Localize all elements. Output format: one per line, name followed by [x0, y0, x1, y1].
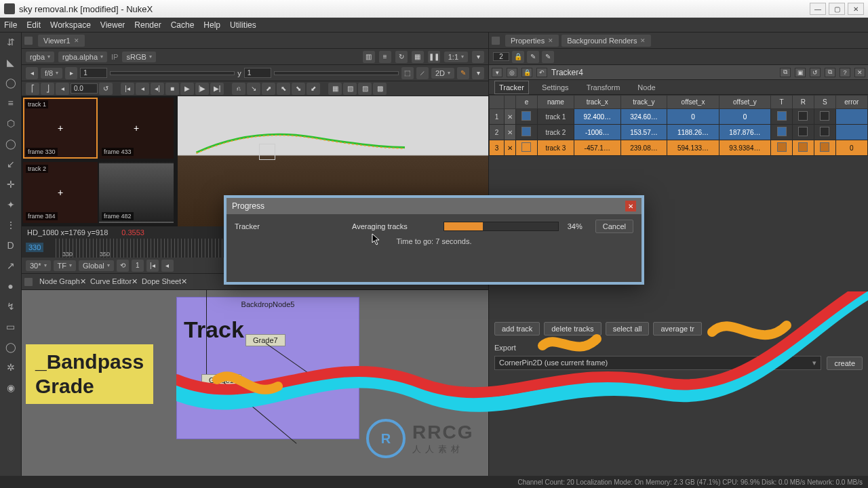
tab-dope-sheet[interactable]: Dope Sheet✕: [142, 277, 187, 286]
menu-cache[interactable]: Cache: [171, 20, 195, 30]
num-icon[interactable]: 1: [132, 260, 144, 272]
close-icon[interactable]: ✕: [854, 68, 865, 77]
y-field[interactable]: [244, 68, 271, 78]
tool-icon[interactable]: ▧: [343, 83, 357, 95]
enable-checkbox[interactable]: [521, 127, 531, 136]
col-header[interactable]: S: [814, 96, 835, 109]
2d-dropdown[interactable]: 2D: [431, 68, 454, 79]
col-header[interactable]: offset_y: [719, 96, 770, 109]
tool-icon[interactable]: ✛: [4, 178, 18, 191]
list-icon[interactable]: ≡: [379, 51, 391, 63]
cell[interactable]: 594.133…: [667, 140, 719, 156]
overlay-icon[interactable]: ⟋: [416, 67, 429, 79]
tab-node-graph[interactable]: Node Graph✕: [39, 277, 86, 286]
cell[interactable]: 324.60…: [620, 109, 667, 125]
track-name-cell[interactable]: track 1: [537, 109, 574, 125]
play-icon[interactable]: ▶: [180, 83, 194, 95]
r-checkbox[interactable]: [798, 111, 808, 121]
tool-icon[interactable]: ⬈: [262, 83, 275, 95]
table-row[interactable]: 1 ✕ track 1 92.400… 324.60… 0 0: [490, 109, 868, 125]
scope-dropdown[interactable]: Global: [79, 260, 114, 271]
thumb-track1-330[interactable]: track 1 + frame 330: [23, 98, 98, 159]
menu-workspace[interactable]: Workspace: [50, 20, 91, 30]
tool-icon[interactable]: ◯: [4, 76, 18, 89]
thumb-frame-482[interactable]: frame 482: [99, 162, 174, 223]
help-icon[interactable]: ?: [840, 68, 850, 77]
tf-dropdown[interactable]: TF: [54, 260, 76, 271]
out-icon[interactable]: ⎦: [41, 83, 54, 95]
tool-icon[interactable]: ▩: [373, 83, 387, 95]
close-icon[interactable]: ✕: [181, 277, 187, 285]
cell[interactable]: 187.876…: [719, 125, 770, 140]
tab-curve-editor[interactable]: Curve Editor✕: [90, 277, 138, 286]
first-frame-icon[interactable]: |◂: [146, 260, 159, 272]
subtab-transform[interactable]: Transform: [582, 81, 625, 94]
stop-icon[interactable]: ■: [165, 83, 179, 95]
reset-icon[interactable]: ↺: [99, 83, 113, 95]
tool-icon[interactable]: D: [4, 239, 18, 252]
panel-count-field[interactable]: [493, 52, 509, 61]
tab-viewer1[interactable]: Viewer1 ✕: [38, 35, 85, 47]
float-icon[interactable]: ⧉: [825, 68, 835, 77]
tool-icon[interactable]: ✲: [4, 361, 18, 374]
track-name-cell[interactable]: track 2: [537, 125, 574, 140]
col-header[interactable]: T: [771, 96, 793, 109]
refresh-icon[interactable]: ↻: [395, 51, 408, 63]
cell[interactable]: -457.1…: [574, 140, 620, 156]
chevron-down-icon[interactable]: ▾: [472, 51, 484, 63]
menu-edit[interactable]: Edit: [26, 20, 41, 30]
menu-file[interactable]: File: [4, 20, 17, 30]
channel-dropdown[interactable]: rgba: [26, 52, 54, 62]
prev-icon[interactable]: ◂: [26, 67, 38, 79]
prev-frame-icon[interactable]: ◂: [161, 260, 174, 272]
snapshot-icon[interactable]: ▣: [795, 68, 806, 77]
delete-row-icon[interactable]: ✕: [505, 125, 516, 140]
subtab-node[interactable]: Node: [633, 81, 660, 94]
r-checkbox[interactable]: [798, 142, 808, 152]
export-combo[interactable]: CornerPin2D (use current frame): [494, 356, 821, 370]
chevron-down-icon[interactable]: ▾: [492, 68, 502, 77]
tool-icon[interactable]: ⇵: [4, 35, 18, 49]
center-icon[interactable]: ⧉: [780, 68, 791, 77]
crop-icon[interactable]: ⬚: [401, 67, 414, 79]
track-name-cell[interactable]: track 3: [537, 140, 574, 156]
tool-icon[interactable]: ●: [4, 279, 18, 293]
cell[interactable]: 93.9384…: [719, 140, 770, 156]
cancel-button[interactable]: Cancel: [595, 220, 633, 233]
wipe-icon[interactable]: ▥: [363, 51, 375, 63]
pencil-icon[interactable]: ✎: [542, 51, 554, 63]
alpha-dropdown[interactable]: rgba.alpha: [58, 52, 107, 62]
gain-slider[interactable]: [110, 71, 235, 75]
close-icon[interactable]: ✕: [74, 37, 79, 44]
tool-icon[interactable]: ⬊: [292, 83, 305, 95]
tool-icon[interactable]: ↗: [4, 259, 18, 272]
tool-icon[interactable]: ▦: [328, 83, 342, 95]
zoom-dropdown[interactable]: 1:1: [444, 52, 468, 62]
cell[interactable]: -1006…: [574, 125, 620, 140]
undo-icon[interactable]: ↶: [536, 68, 547, 77]
dialog-titlebar[interactable]: Progress ✕: [226, 198, 642, 214]
delete-row-icon[interactable]: ✕: [505, 140, 516, 156]
delete-tracks-button[interactable]: delete tracks: [544, 322, 601, 336]
track-marker[interactable]: [259, 144, 275, 160]
lut-dropdown[interactable]: sRGB: [122, 52, 155, 62]
col-header[interactable]: track_x: [574, 96, 620, 109]
enable-checkbox[interactable]: [521, 111, 531, 121]
close-button[interactable]: ✕: [848, 3, 864, 15]
tool-icon[interactable]: ▭: [4, 320, 18, 333]
close-icon[interactable]: ✕: [80, 277, 86, 285]
fps-dropdown[interactable]: 30*: [26, 260, 51, 271]
t-checkbox[interactable]: [777, 111, 787, 121]
tool-icon[interactable]: ↙: [4, 157, 18, 171]
subtab-settings[interactable]: Settings: [537, 81, 574, 94]
clear-icon[interactable]: ✎: [527, 51, 539, 63]
thumb-frame-433[interactable]: + frame 433: [99, 98, 174, 159]
chevron-down-icon[interactable]: ▾: [472, 67, 484, 79]
s-checkbox[interactable]: [820, 127, 829, 136]
tab-properties[interactable]: Properties✕: [505, 35, 559, 47]
s-checkbox[interactable]: [820, 142, 829, 152]
t-checkbox[interactable]: [777, 142, 787, 152]
cell[interactable]: 0: [719, 109, 770, 125]
close-icon[interactable]: ✕: [640, 37, 646, 44]
tool-icon[interactable]: ◉: [4, 381, 18, 394]
